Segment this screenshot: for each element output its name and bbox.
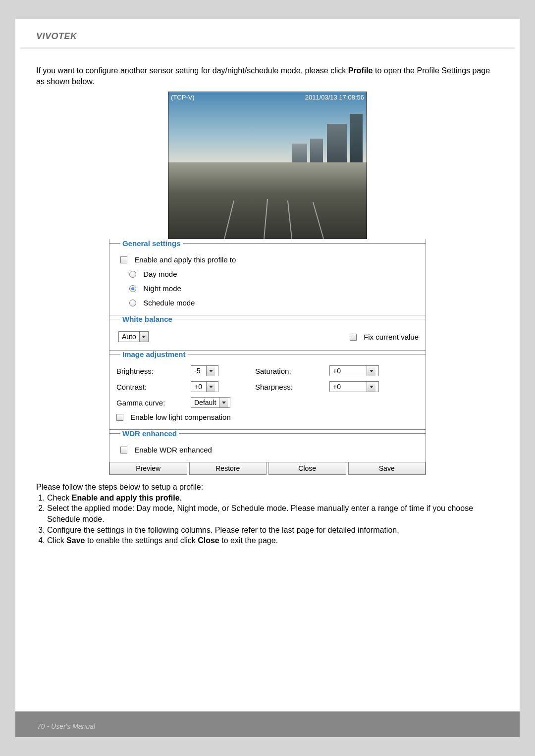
image-adjustment-group: Image adjustment Brightness: -5 Saturati…: [109, 350, 426, 430]
brightness-label: Brightness:: [116, 367, 191, 375]
dropdown-arrow-icon: [139, 332, 148, 342]
saturation-value: +0: [330, 367, 367, 375]
white-balance-legend: White balance: [120, 315, 174, 323]
brand-title: VIVOTEK: [15, 19, 520, 48]
night-mode-label: Night mode: [143, 284, 181, 293]
low-light-label: Enable low light compensation: [130, 413, 231, 421]
white-balance-group: White balance Auto Fix current value: [109, 315, 426, 351]
saturation-select[interactable]: +0: [329, 365, 379, 376]
step-4-b: Save: [66, 536, 85, 545]
sharpness-select[interactable]: +0: [329, 381, 379, 392]
general-settings-legend: General settings: [120, 239, 183, 248]
step-4-e: to exit the page.: [219, 536, 278, 545]
night-mode-radio[interactable]: [129, 285, 136, 292]
brightness-select[interactable]: -5: [191, 365, 218, 376]
footer-title: User's Manual: [51, 722, 95, 730]
dropdown-arrow-icon: [367, 366, 375, 376]
gamma-value: Default: [191, 399, 219, 406]
wdr-enable-label: Enable WDR enhanced: [134, 446, 212, 454]
step-1-c: .: [180, 494, 182, 502]
step-1-a: Check: [47, 494, 72, 502]
sharpness-label: Sharpness:: [255, 383, 329, 391]
day-mode-radio[interactable]: [129, 271, 136, 278]
save-button[interactable]: Save: [348, 462, 426, 475]
dropdown-arrow-icon: [206, 382, 215, 392]
schedule-mode-radio[interactable]: [129, 300, 136, 306]
steps-section: Please follow the steps below to setup a…: [36, 475, 499, 546]
white-balance-select[interactable]: Auto: [118, 331, 149, 342]
step-1: Check Enable and apply this profile.: [47, 493, 499, 504]
gamma-select[interactable]: Default: [191, 397, 230, 408]
step-3: Configure the settings in the following …: [47, 525, 499, 536]
step-2: Select the applied mode: Day mode, Night…: [47, 503, 499, 524]
preview-button[interactable]: Preview: [109, 462, 187, 475]
footer-sep: -: [45, 722, 51, 730]
restore-button[interactable]: Restore: [189, 462, 267, 475]
preview-connection-label: (TCP-V): [171, 94, 195, 101]
wdr-enable-checkbox[interactable]: [120, 447, 127, 454]
schedule-mode-label: Schedule mode: [143, 299, 195, 307]
preview-timestamp: 2011/03/13 17:08:56: [305, 94, 364, 101]
wdr-legend: WDR enhanced: [120, 429, 179, 438]
contrast-label: Contrast:: [116, 383, 191, 391]
dropdown-arrow-icon: [367, 382, 375, 392]
fix-current-value-label: Fix current value: [364, 333, 419, 341]
image-adjustment-legend: Image adjustment: [120, 350, 188, 358]
close-button[interactable]: Close: [268, 462, 346, 475]
footer-page: 70: [37, 722, 45, 730]
sharpness-value: +0: [330, 383, 367, 391]
day-mode-label: Day mode: [143, 270, 177, 278]
intro-paragraph: If you want to configure another sensor …: [36, 65, 499, 87]
enable-profile-checkbox[interactable]: [120, 256, 127, 263]
steps-intro: Please follow the steps below to setup a…: [36, 482, 499, 493]
intro-text-pre: If you want to configure another sensor …: [36, 66, 348, 75]
enable-profile-label: Enable and apply this profile to: [134, 255, 236, 264]
dropdown-arrow-icon: [206, 366, 215, 376]
wdr-group: WDR enhanced Enable WDR enhanced: [109, 429, 426, 462]
fix-current-value-checkbox[interactable]: [350, 334, 357, 341]
video-preview: (TCP-V) 2011/03/13 17:08:56: [168, 92, 367, 239]
contrast-select[interactable]: +0: [191, 381, 218, 392]
step-4-d: Close: [198, 536, 219, 545]
gamma-label: Gamma curve:: [116, 399, 191, 407]
brightness-value: -5: [191, 367, 206, 375]
step-4-a: Click: [47, 536, 66, 545]
white-balance-value: Auto: [119, 333, 139, 341]
contrast-value: +0: [191, 383, 206, 391]
dropdown-arrow-icon: [219, 398, 228, 407]
step-1-b: Enable and apply this profile: [72, 494, 180, 502]
step-4-c: to enable the settings and click: [85, 536, 198, 545]
footer-text: 70 - User's Manual: [37, 722, 95, 730]
saturation-label: Saturation:: [255, 367, 329, 375]
general-settings-group: General settings Enable and apply this p…: [109, 239, 426, 315]
low-light-checkbox[interactable]: [116, 414, 123, 421]
step-4: Click Save to enable the settings and cl…: [47, 535, 499, 546]
intro-profile-bold: Profile: [348, 66, 373, 75]
